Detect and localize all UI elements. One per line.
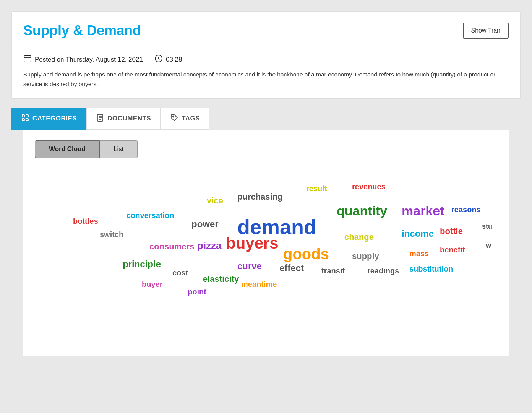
word-cloud-word[interactable]: elasticity bbox=[203, 274, 239, 284]
word-cloud-word[interactable]: purchasing bbox=[237, 192, 283, 202]
word-cloud-word[interactable]: income bbox=[402, 228, 434, 239]
word-cloud: demandbuyersgoodsquantitymarketpurchasin… bbox=[35, 177, 497, 345]
content-area: Word Cloud List demandbuyersgoodsquantit… bbox=[23, 130, 509, 356]
meta-row: Posted on Thursday, August 12, 2021 03:2… bbox=[23, 54, 509, 65]
word-cloud-word[interactable]: mass bbox=[409, 249, 429, 258]
word-cloud-word[interactable]: result bbox=[306, 184, 327, 193]
tab-categories-label: CATEGORIES bbox=[32, 115, 77, 122]
word-cloud-button[interactable]: Word Cloud bbox=[35, 140, 100, 158]
tab-categories[interactable]: CATEGORIES bbox=[11, 108, 86, 130]
svg-rect-8 bbox=[22, 119, 24, 121]
word-cloud-word[interactable]: revenues bbox=[352, 182, 386, 191]
description: Supply and demand is perhaps one of the … bbox=[23, 70, 509, 89]
svg-rect-10 bbox=[26, 119, 28, 121]
posted-date: Posted on Thursday, August 12, 2021 bbox=[23, 54, 143, 65]
word-cloud-word[interactable]: bottles bbox=[73, 217, 98, 226]
word-cloud-word[interactable]: vice bbox=[207, 196, 223, 206]
word-cloud-word[interactable]: quantity bbox=[337, 203, 387, 218]
word-cloud-word[interactable]: conversation bbox=[127, 211, 174, 220]
meta-card: Posted on Thursday, August 12, 2021 03:2… bbox=[11, 47, 521, 99]
page-title: Supply & Demand bbox=[23, 23, 141, 39]
calendar-icon bbox=[23, 54, 32, 65]
word-cloud-word[interactable]: curve bbox=[237, 261, 262, 272]
word-cloud-word[interactable]: consumers bbox=[149, 242, 194, 252]
svg-rect-7 bbox=[22, 115, 24, 117]
tab-documents-label: DOCUMENTS bbox=[107, 115, 151, 122]
word-cloud-word[interactable]: benefit bbox=[440, 246, 465, 254]
word-cloud-word[interactable]: goods bbox=[283, 246, 329, 263]
word-cloud-word[interactable]: point bbox=[188, 288, 206, 296]
word-cloud-word[interactable]: reasons bbox=[451, 205, 481, 214]
word-cloud-word[interactable]: supply bbox=[352, 251, 379, 261]
svg-point-15 bbox=[173, 116, 174, 117]
tabs-row: CATEGORIES DOCUMENTS bbox=[11, 108, 521, 130]
header-card: Supply & Demand Show Tran bbox=[11, 11, 521, 47]
show-tran-button[interactable]: Show Tran bbox=[463, 23, 509, 39]
tags-icon bbox=[170, 114, 178, 124]
word-cloud-word[interactable]: power bbox=[191, 219, 219, 229]
word-cloud-word[interactable]: meantime bbox=[241, 280, 277, 289]
word-cloud-word[interactable]: bottle bbox=[440, 226, 463, 236]
tab-tags[interactable]: TAGS bbox=[161, 108, 209, 130]
word-cloud-word[interactable]: transit bbox=[321, 267, 345, 275]
main-container: Supply & Demand Show Tran Posted on Thur… bbox=[0, 11, 532, 413]
word-cloud-word[interactable]: effect bbox=[279, 263, 304, 273]
word-cloud-word[interactable]: change bbox=[344, 232, 374, 242]
word-cloud-word[interactable]: cost bbox=[172, 268, 188, 277]
svg-line-6 bbox=[159, 59, 160, 59]
categories-icon bbox=[21, 114, 29, 124]
posted-label: Posted on Thursday, August 12, 2021 bbox=[35, 56, 143, 63]
svg-rect-0 bbox=[24, 56, 31, 62]
tab-documents[interactable]: DOCUMENTS bbox=[86, 108, 161, 130]
view-toggle: Word Cloud List bbox=[35, 140, 497, 158]
list-button[interactable]: List bbox=[100, 140, 138, 158]
clock-icon bbox=[154, 54, 163, 65]
time-label: 03:28 bbox=[166, 56, 182, 63]
word-cloud-word[interactable]: market bbox=[402, 203, 444, 218]
divider bbox=[35, 169, 497, 169]
word-cloud-word[interactable]: stu bbox=[482, 223, 492, 231]
word-cloud-word[interactable]: substitution bbox=[409, 265, 453, 273]
post-time: 03:28 bbox=[154, 54, 182, 65]
documents-icon bbox=[96, 114, 104, 124]
word-cloud-word[interactable]: pizza bbox=[197, 240, 222, 252]
word-cloud-word[interactable]: buyers bbox=[226, 234, 279, 252]
word-cloud-word[interactable]: w bbox=[486, 242, 491, 250]
svg-rect-9 bbox=[26, 115, 28, 117]
tab-tags-label: TAGS bbox=[182, 115, 200, 122]
tabs-section: CATEGORIES DOCUMENTS bbox=[11, 108, 521, 356]
word-cloud-word[interactable]: switch bbox=[100, 230, 123, 239]
word-cloud-word[interactable]: buyer bbox=[142, 280, 162, 289]
word-cloud-word[interactable]: readings bbox=[367, 267, 399, 275]
word-cloud-word[interactable]: principle bbox=[123, 259, 161, 270]
